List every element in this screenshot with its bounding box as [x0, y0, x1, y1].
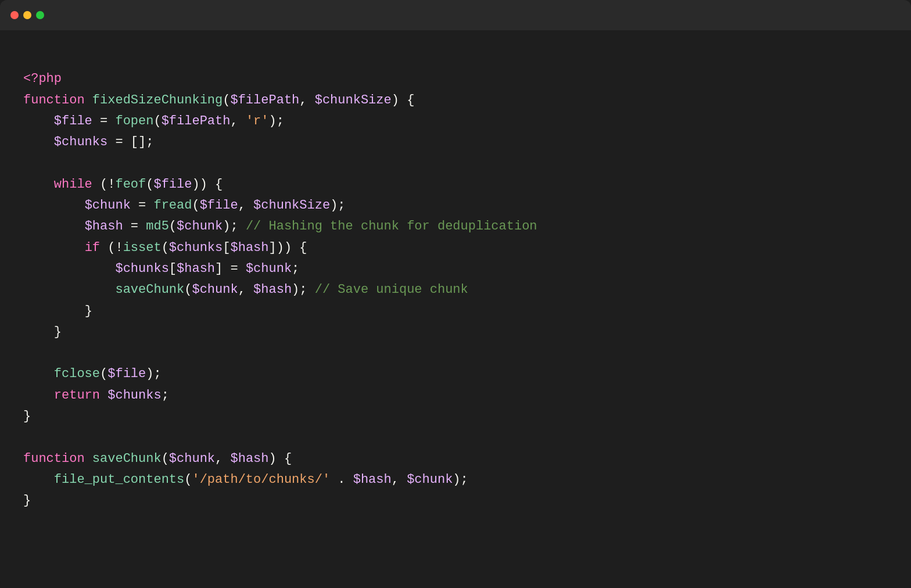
- traffic-lights: [10, 11, 44, 19]
- close-button[interactable]: [10, 11, 19, 19]
- minimize-button[interactable]: [23, 11, 31, 19]
- titlebar: [0, 0, 911, 30]
- maximize-button[interactable]: [36, 11, 44, 19]
- code-editor[interactable]: <?php function fixedSizeChunking($filePa…: [0, 30, 911, 588]
- code-content: <?php function fixedSizeChunking($filePa…: [23, 48, 888, 533]
- main-window: <?php function fixedSizeChunking($filePa…: [0, 0, 911, 588]
